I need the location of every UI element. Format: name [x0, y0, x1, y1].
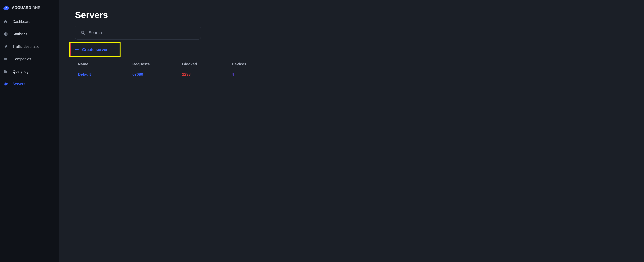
- search-box[interactable]: [75, 26, 201, 39]
- sidebar-item-companies[interactable]: Companies: [0, 53, 59, 65]
- col-header-devices: Devices: [232, 62, 251, 66]
- server-requests-link[interactable]: 67080: [132, 72, 182, 77]
- sidebar-item-servers[interactable]: Servers: [0, 78, 59, 90]
- brand-text-bold: ADGUARD: [12, 5, 31, 10]
- app-root: ADGUARD DNS Dashboard Statistics: [0, 0, 644, 262]
- sidebar-item-label: Traffic destination: [12, 44, 41, 49]
- sidebar-item-label: Dashboard: [12, 19, 30, 24]
- search-input[interactable]: [89, 30, 195, 35]
- sidebar-item-label: Query log: [12, 69, 28, 74]
- brand[interactable]: ADGUARD DNS: [0, 4, 59, 15]
- main-content: Servers Create server Name Requests Bloc…: [59, 0, 644, 262]
- sidebar-nav: Dashboard Statistics Traffic destination…: [0, 15, 59, 90]
- svg-line-3: [84, 33, 84, 34]
- pin-icon: [4, 44, 8, 49]
- brand-cloud-icon: [3, 4, 9, 11]
- plus-icon: [75, 47, 79, 52]
- create-server-highlight: Create server: [69, 42, 120, 57]
- gear-icon: [4, 82, 8, 86]
- sidebar-item-traffic-destination[interactable]: Traffic destination: [0, 40, 59, 53]
- search-icon: [80, 30, 85, 35]
- sidebar-item-dashboard[interactable]: Dashboard: [0, 15, 59, 28]
- servers-table: Name Requests Blocked Devices Default 67…: [75, 60, 248, 81]
- col-header-requests: Requests: [132, 62, 182, 66]
- sidebar: ADGUARD DNS Dashboard Statistics: [0, 0, 59, 262]
- table-row: Default 67080 2238 4: [75, 68, 248, 81]
- create-server-label: Create server: [82, 47, 108, 52]
- svg-rect-1: [4, 59, 7, 60]
- table-header-row: Name Requests Blocked Devices: [75, 60, 248, 68]
- pie-icon: [4, 32, 8, 36]
- server-name-link[interactable]: Default: [78, 72, 132, 77]
- folder-icon: [4, 69, 8, 74]
- sidebar-item-label: Statistics: [12, 32, 27, 36]
- col-header-blocked: Blocked: [182, 62, 232, 66]
- brand-text-thin: DNS: [31, 5, 40, 10]
- create-server-button[interactable]: Create server: [71, 43, 120, 56]
- home-icon: [4, 19, 8, 24]
- sidebar-item-statistics[interactable]: Statistics: [0, 28, 59, 40]
- col-header-name: Name: [78, 62, 132, 66]
- list-icon: [4, 57, 8, 61]
- brand-text: ADGUARD DNS: [12, 5, 40, 10]
- server-devices-link[interactable]: 4: [232, 72, 251, 77]
- server-blocked-link[interactable]: 2238: [182, 72, 232, 77]
- sidebar-item-label: Companies: [12, 57, 31, 61]
- svg-rect-0: [4, 58, 7, 59]
- sidebar-item-query-log[interactable]: Query log: [0, 65, 59, 78]
- sidebar-item-label: Servers: [12, 82, 25, 86]
- page-title: Servers: [75, 9, 644, 20]
